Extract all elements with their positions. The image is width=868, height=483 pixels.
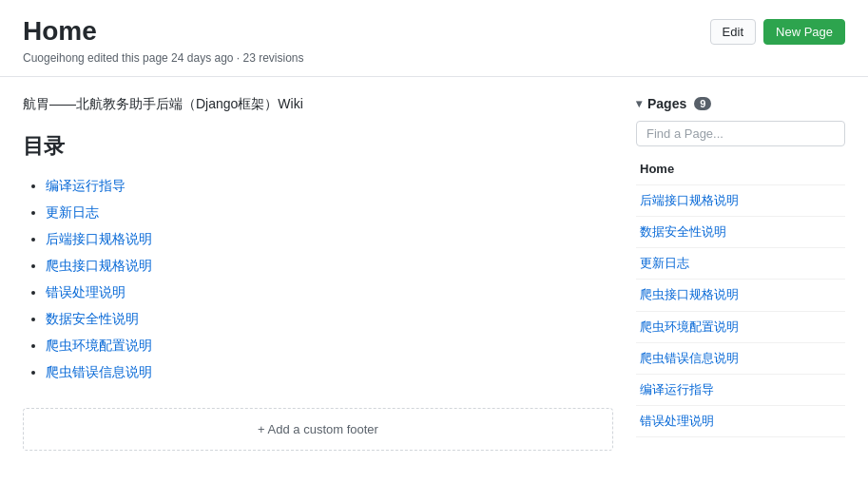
- sidebar-page-link[interactable]: 爬虫错误信息说明: [636, 343, 845, 374]
- page-meta: Cuogeihong edited this page 24 days ago …: [23, 51, 304, 65]
- list-item: 爬虫环境配置说明: [636, 312, 845, 343]
- list-item: 爬虫错误信息说明: [46, 358, 613, 385]
- new-page-button[interactable]: New Page: [763, 19, 845, 45]
- list-item: 编译运行指导: [636, 375, 845, 406]
- list-item: 更新日志: [46, 199, 613, 225]
- list-item: 爬虫接口规格说明: [636, 280, 845, 311]
- list-item: 后端接口规格说明: [46, 225, 613, 252]
- sidebar-title: Pages: [647, 96, 686, 111]
- sidebar-page-link[interactable]: 数据安全性说明: [636, 217, 845, 247]
- list-item: 更新日志: [636, 248, 845, 280]
- header-left: Home Cuogeihong edited this page 24 days…: [23, 15, 304, 65]
- custom-footer[interactable]: + Add a custom footer: [23, 408, 613, 451]
- toc-list: 编译运行指导更新日志后端接口规格说明爬虫接口规格说明错误处理说明数据安全性说明爬…: [23, 172, 613, 385]
- list-item: 编译运行指导: [46, 172, 613, 199]
- sidebar-nav: Home后端接口规格说明数据安全性说明更新日志爬虫接口规格说明爬虫环境配置说明爬…: [636, 154, 845, 438]
- sidebar-page-link[interactable]: 爬虫接口规格说明: [636, 280, 845, 310]
- toc-link[interactable]: 后端接口规格说明: [46, 231, 152, 246]
- main-layout: 航胃——北航教务助手后端（Django框架）Wiki 目录 编译运行指导更新日志…: [0, 77, 868, 483]
- sidebar-header: ▾ Pages 9: [636, 96, 845, 111]
- toc-link[interactable]: 爬虫接口规格说明: [46, 258, 152, 273]
- list-item: 错误处理说明: [636, 406, 845, 437]
- toc-link[interactable]: 错误处理说明: [46, 284, 125, 299]
- list-item: 错误处理说明: [46, 279, 613, 305]
- pages-badge: 9: [694, 97, 711, 110]
- header: Home Cuogeihong edited this page 24 days…: [0, 0, 868, 77]
- list-item: 数据安全性说明: [46, 305, 613, 332]
- list-item: 后端接口规格说明: [636, 185, 845, 217]
- sidebar-page-link[interactable]: 更新日志: [636, 248, 845, 279]
- sidebar-page-link[interactable]: 后端接口规格说明: [636, 185, 845, 216]
- sidebar: ▾ Pages 9 Home后端接口规格说明数据安全性说明更新日志爬虫接口规格说…: [636, 96, 845, 464]
- page-search-input[interactable]: [636, 121, 845, 146]
- wiki-subtitle: 航胃——北航教务助手后端（Django框架）Wiki: [23, 96, 613, 113]
- toc-link[interactable]: 编译运行指导: [46, 178, 125, 193]
- edit-button[interactable]: Edit: [710, 19, 756, 45]
- header-actions: Edit New Page: [710, 19, 845, 45]
- toc-link[interactable]: 爬虫错误信息说明: [46, 364, 152, 379]
- sidebar-toggle-icon[interactable]: ▾: [636, 97, 642, 110]
- list-item: Home: [636, 154, 845, 185]
- list-item: 爬虫接口规格说明: [46, 252, 613, 279]
- sidebar-page-link[interactable]: Home: [636, 154, 845, 184]
- sidebar-page-link[interactable]: 爬虫环境配置说明: [636, 312, 845, 342]
- list-item: 爬虫错误信息说明: [636, 343, 845, 375]
- list-item: 爬虫环境配置说明: [46, 332, 613, 358]
- page-wrapper: Home Cuogeihong edited this page 24 days…: [0, 0, 868, 483]
- sidebar-page-link[interactable]: 编译运行指导: [636, 375, 845, 405]
- toc-heading: 目录: [23, 132, 613, 161]
- list-item: 数据安全性说明: [636, 217, 845, 248]
- sidebar-page-link[interactable]: 错误处理说明: [636, 406, 845, 436]
- content-area: 航胃——北航教务助手后端（Django框架）Wiki 目录 编译运行指导更新日志…: [23, 96, 613, 464]
- toc-link[interactable]: 爬虫环境配置说明: [46, 338, 152, 353]
- page-title: Home: [23, 15, 304, 48]
- toc-link[interactable]: 数据安全性说明: [46, 311, 139, 326]
- toc-link[interactable]: 更新日志: [46, 204, 99, 220]
